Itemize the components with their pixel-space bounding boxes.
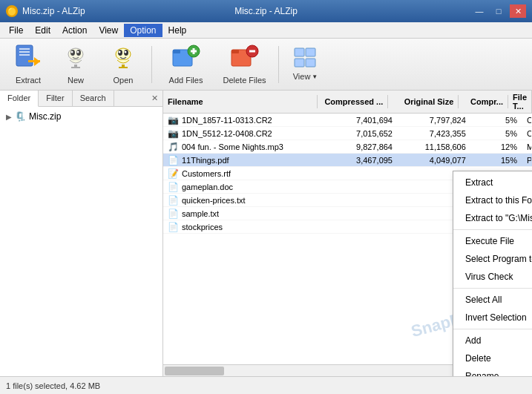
ctx-item-label: Extract to "G:\Misc\Misc\" (465, 213, 532, 223)
tree-item-misc-zip[interactable]: ▶ 🗜️ Misc.zip (3, 110, 160, 123)
close-button[interactable]: ✕ (510, 4, 526, 18)
main-content: Folder Filter Search ✕ ▶ 🗜️ Misc.zip Fil… (0, 91, 532, 376)
header-original[interactable]: Original Size (388, 95, 459, 108)
file-compr-cell: 15% (471, 155, 522, 165)
file-icon: 📄 (168, 209, 179, 219)
context-menu-item[interactable]: Select AllCtrl+A (453, 291, 532, 309)
context-menu-item[interactable]: RenameF2 (453, 367, 532, 376)
file-icon: 📄 (168, 182, 179, 192)
table-row[interactable]: 🎵 004 fun. - Some Nights.mp3 9,827,864 1… (163, 140, 532, 154)
context-menu: ExtractCtrl+EExtract to this FolderExtra… (453, 171, 532, 376)
addfiles-icon (171, 44, 201, 74)
svg-rect-31 (295, 59, 304, 67)
context-menu-item[interactable]: Extract to "G:\Misc\Misc\" (453, 209, 532, 227)
addfiles-button[interactable]: Add Files (158, 42, 214, 87)
menu-action[interactable]: Action (56, 24, 93, 37)
ctx-item-label: Select Program to Execute File (465, 254, 532, 264)
file-name-cell: 📄 gameplan.doc (163, 181, 324, 193)
context-menu-item[interactable]: Select Program to Execute FileShift+Ente… (453, 250, 532, 268)
file-compr-cell: 5% (471, 115, 522, 125)
toolbar: Extract New (0, 39, 532, 91)
menu-view[interactable]: View (93, 24, 124, 37)
file-list-header: Filename Compressed ... Original Size Co… (163, 91, 532, 114)
file-name-cell: 📷 1DN_5512-12-0408.CR2 (163, 128, 324, 139)
tab-search[interactable]: Search (73, 91, 114, 106)
context-menu-separator (453, 288, 532, 289)
title-bar-title-center: Misc.zip - ALZip (234, 6, 298, 16)
file-original-cell: 4,049,077 (398, 155, 471, 165)
file-icon: 📄 (168, 195, 179, 206)
file-compressed-cell: 7,015,652 (324, 128, 398, 139)
file-name-cell: 🎵 004 fun. - Some Nights.mp3 (163, 141, 324, 153)
file-name-cell: 📄 sample.txt (163, 208, 324, 220)
minimize-button[interactable]: — (471, 4, 487, 18)
header-compressed[interactable]: Compressed ... (318, 95, 388, 108)
file-compressed-cell (324, 173, 398, 174)
file-compressed-cell: 7,401,694 (324, 115, 398, 125)
menu-edit[interactable]: Edit (29, 24, 56, 37)
header-filename[interactable]: Filename (163, 95, 318, 108)
svg-rect-3 (19, 54, 30, 56)
new-icon (62, 44, 89, 74)
open-label: Open (114, 76, 134, 85)
file-compressed-cell (324, 213, 398, 214)
panel-close-button[interactable]: ✕ (147, 91, 162, 106)
table-row[interactable]: 📄 11Things.pdf 3,467,095 4,049,077 15% P… (163, 154, 532, 167)
svg-rect-12 (71, 67, 80, 68)
menu-help[interactable]: Help (162, 24, 193, 37)
maximize-button[interactable]: □ (490, 4, 507, 18)
new-label: New (68, 76, 84, 85)
view-label: View ▼ (293, 72, 318, 81)
svg-rect-21 (173, 50, 180, 53)
context-menu-item[interactable]: Virus Check (453, 268, 532, 286)
file-compr-cell: 5% (471, 128, 522, 139)
file-icon: 📄 (168, 222, 179, 232)
svg-rect-2 (19, 51, 30, 53)
file-original-cell: 7,797,824 (398, 115, 471, 125)
svg-rect-5 (28, 60, 40, 62)
context-menu-item[interactable]: AddCtrl+R (453, 332, 532, 349)
ctx-item-label: Select All (465, 295, 502, 305)
header-compr[interactable]: Compr... (459, 95, 508, 108)
file-name-cell: 📝 Customers.rtf (163, 168, 324, 180)
context-menu-item[interactable]: Extract to this Folder (453, 191, 532, 209)
file-icon: 📄 (168, 155, 179, 165)
scroll-thumb[interactable] (165, 367, 224, 375)
extract-button[interactable]: Extract (6, 42, 50, 87)
file-name-text: sample.txt (182, 209, 219, 218)
tab-filter[interactable]: Filter (39, 91, 72, 106)
file-type-cell: CR2 (522, 115, 532, 125)
table-row[interactable]: 📷 1DN_1857-11-0313.CR2 7,401,694 7,797,8… (163, 114, 532, 127)
new-button[interactable]: New (53, 42, 98, 87)
context-menu-item[interactable]: Execute FileEnter (453, 232, 532, 250)
context-menu-item[interactable]: ExtractCtrl+E (453, 174, 532, 191)
extract-label: Extract (16, 76, 41, 85)
file-icon: 🎵 (168, 142, 179, 152)
status-bar: 1 file(s) selected, 4.62 MB (0, 376, 532, 394)
ctx-item-label: Extract (465, 177, 493, 188)
file-type-cell: MP3 (522, 142, 532, 152)
file-original-cell: 7,423,355 (398, 128, 471, 139)
deletefiles-button[interactable]: Delete Files (217, 42, 272, 87)
view-button[interactable]: View ▼ (285, 42, 326, 87)
file-name-text: stockprices (182, 223, 223, 232)
context-menu-item[interactable]: Invert SelectionCtrl+I (453, 309, 532, 326)
file-type-cell: CR2 (522, 128, 532, 139)
tab-folder[interactable]: Folder (0, 91, 39, 107)
menu-file[interactable]: File (3, 24, 29, 37)
file-compressed-cell: 3,467,095 (324, 155, 398, 165)
open-button[interactable]: Open (101, 42, 145, 87)
view-icon (294, 47, 318, 70)
addfiles-label: Add Files (169, 76, 203, 85)
menu-option[interactable]: Option (124, 24, 162, 37)
file-name-text: quicken-prices.txt (182, 196, 246, 205)
header-filetype[interactable]: File T... (508, 91, 532, 113)
file-icon: 📷 (168, 115, 179, 125)
table-row[interactable]: 📷 1DN_5512-12-0408.CR2 7,015,652 7,423,3… (163, 127, 532, 140)
ctx-item-label: Extract to this Folder (465, 195, 532, 206)
right-panel: Filename Compressed ... Original Size Co… (163, 91, 532, 376)
svg-rect-1 (19, 48, 30, 50)
toolbar-separator-2 (278, 46, 279, 83)
deletefiles-label: Delete Files (223, 76, 266, 85)
context-menu-item[interactable]: DeleteDel (453, 349, 532, 367)
